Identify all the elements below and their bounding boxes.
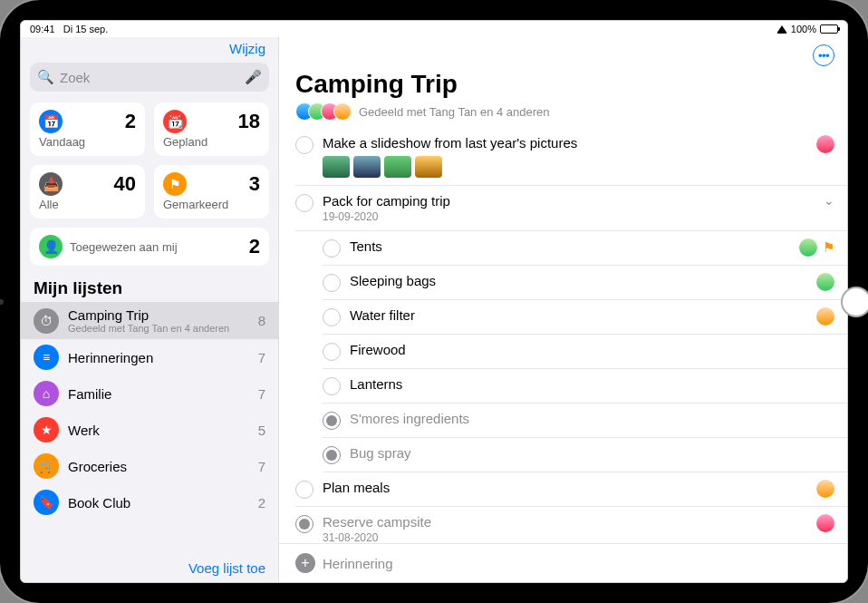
list-item[interactable]: 🛒 Groceries 7	[21, 448, 278, 484]
reminder-row[interactable]: Tents ⚑	[323, 231, 847, 266]
card-today-count: 2	[125, 110, 136, 133]
card-all-count: 40	[114, 172, 136, 196]
main-panel: ••• Camping Trip Gedeeld met Tang Tan en…	[279, 37, 847, 582]
checkbox[interactable]	[323, 274, 341, 292]
mic-icon[interactable]: 🎤	[245, 69, 262, 85]
reminder-title: Reserve campsite	[323, 514, 807, 530]
list-item[interactable]: ★ Werk 5	[21, 412, 278, 448]
reminder-title: Plan meals	[323, 480, 807, 495]
reminder-row[interactable]: Sleeping bags	[323, 266, 847, 300]
edit-button[interactable]: Wijzig	[229, 41, 265, 56]
card-flagged-count: 3	[249, 172, 260, 196]
reminder-title: S'mores ingredients	[350, 411, 825, 426]
list-count: 8	[258, 313, 265, 328]
list-item[interactable]: ⏱ Camping Trip Gedeeld met Tang Tan en 4…	[21, 302, 278, 339]
list-item[interactable]: ≡ Herinneringen 7	[21, 339, 278, 375]
card-today[interactable]: 📅 2 Vandaag	[30, 102, 145, 156]
checkbox[interactable]	[295, 481, 313, 499]
card-all[interactable]: 📥 40 Alle	[30, 165, 145, 219]
list-name: Book Club	[68, 495, 249, 511]
list-name: Groceries	[68, 459, 249, 474]
reminder-row[interactable]: Plan meals	[295, 472, 847, 507]
card-scheduled-count: 18	[238, 110, 260, 133]
add-list-button[interactable]: Voeg lijst toe	[188, 560, 265, 576]
avatar-stack	[295, 102, 352, 121]
flag-icon: ⚑	[823, 239, 834, 256]
reminder-date: 31-08-2020	[323, 531, 807, 543]
battery-percent: 100%	[791, 24, 816, 34]
attachment-thumbs[interactable]	[323, 156, 807, 178]
new-reminder-label: Herinnering	[323, 556, 393, 571]
card-assigned[interactable]: 👤 Toegewezen aan mij 2	[30, 228, 269, 266]
plus-icon: +	[295, 553, 315, 573]
list-count: 7	[258, 350, 265, 365]
shared-label: Gedeeld met Tang Tan en 4 anderen	[359, 105, 550, 119]
card-assigned-count: 2	[249, 235, 260, 258]
status-date: Di 15 sep.	[63, 24, 109, 34]
card-scheduled-label: Gepland	[163, 135, 260, 149]
list-name: Herinneringen	[68, 350, 249, 365]
reminder-row[interactable]: Water filter	[323, 300, 847, 335]
chevron-down-icon[interactable]: ⌄	[824, 193, 834, 208]
checkbox[interactable]	[295, 515, 313, 533]
search-icon: 🔍	[37, 69, 54, 85]
list-title: Camping Trip	[279, 66, 847, 101]
checkbox[interactable]	[323, 377, 341, 395]
card-flagged-label: Gemarkeerd	[163, 198, 260, 211]
search-input[interactable]: 🔍 Zoek 🎤	[30, 63, 269, 92]
status-time: 09:41	[30, 24, 55, 34]
assignee-avatar	[799, 238, 817, 257]
assignee-avatar	[816, 135, 834, 153]
list-count: 5	[258, 423, 265, 438]
list-icon: 🔖	[34, 490, 59, 515]
list-count: 7	[258, 386, 265, 402]
reminder-row[interactable]: S'mores ingredients	[323, 404, 847, 438]
checkbox[interactable]	[323, 343, 341, 361]
checkbox[interactable]	[323, 446, 341, 464]
reminder-row[interactable]: Pack for camping trip 19-09-2020 ⌄	[295, 186, 847, 231]
reminder-row[interactable]: Firewood	[323, 335, 847, 369]
reminder-row[interactable]: Reserve campsite 31-08-2020	[295, 507, 847, 543]
checkbox[interactable]	[295, 136, 313, 154]
reminder-row[interactable]: Make a slideshow from last year's pictur…	[295, 128, 847, 186]
inbox-icon: 📥	[39, 172, 63, 196]
reminders-list: Make a slideshow from last year's pictur…	[279, 128, 847, 543]
reminder-row[interactable]: Lanterns	[323, 369, 847, 404]
checkbox[interactable]	[323, 308, 341, 326]
new-reminder-button[interactable]: + Herinnering	[279, 543, 847, 582]
list-item[interactable]: ⌂ Familie 7	[21, 375, 278, 412]
reminder-title: Bug spray	[350, 445, 825, 461]
more-button[interactable]: •••	[813, 44, 834, 66]
home-button[interactable]	[841, 287, 868, 317]
list-icon: ⌂	[34, 381, 59, 406]
reminder-title: Make a slideshow from last year's pictur…	[323, 135, 807, 151]
reminder-date: 19-09-2020	[323, 210, 815, 223]
camera-sensor	[0, 299, 4, 305]
calendar-icon: 📅	[39, 110, 63, 133]
wifi-icon	[776, 25, 787, 34]
checkbox[interactable]	[295, 194, 313, 212]
search-placeholder: Zoek	[60, 70, 90, 85]
reminder-title: Firewood	[350, 342, 825, 357]
shared-with-row[interactable]: Gedeeld met Tang Tan en 4 anderen	[279, 101, 847, 128]
list-count: 7	[258, 459, 265, 474]
checkbox[interactable]	[323, 412, 341, 430]
reminder-title: Sleeping bags	[350, 273, 807, 288]
assignee-avatar	[816, 514, 834, 532]
card-all-label: Alle	[39, 198, 136, 211]
reminder-row[interactable]: Bug spray	[323, 438, 847, 472]
my-lists-header: Mijn lijsten	[21, 271, 278, 302]
card-flagged[interactable]: ⚑ 3 Gemarkeerd	[154, 165, 269, 219]
list-icon: ★	[34, 417, 59, 443]
card-today-label: Vandaag	[39, 135, 136, 149]
reminder-title: Pack for camping trip	[323, 193, 815, 209]
list-icon: ⏱	[34, 308, 59, 334]
lists-container: ⏱ Camping Trip Gedeeld met Tang Tan en 4…	[21, 302, 278, 557]
list-count: 2	[258, 495, 265, 511]
list-item[interactable]: 🔖 Book Club 2	[21, 484, 278, 520]
sidebar: Wijzig 🔍 Zoek 🎤 📅 2 Vandaag	[21, 37, 279, 582]
card-scheduled[interactable]: 📆 18 Gepland	[154, 102, 269, 156]
checkbox[interactable]	[323, 239, 341, 258]
flag-icon: ⚑	[163, 172, 187, 196]
reminder-title: Lanterns	[350, 376, 825, 392]
